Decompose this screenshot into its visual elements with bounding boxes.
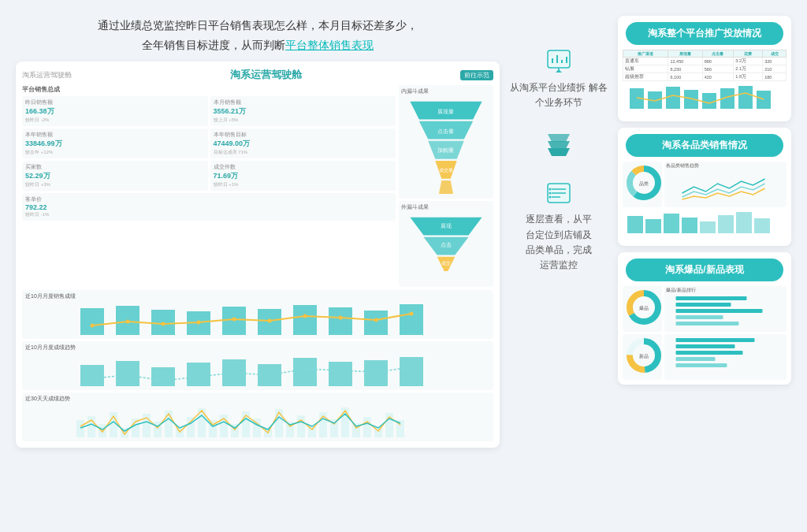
chart-monthly-bar-line: 近10月月度销售成绩	[22, 290, 493, 339]
svg-rect-24	[400, 304, 423, 335]
kpi-sub-5: 较昨日 +1%	[214, 181, 393, 188]
svg-rect-127	[676, 363, 727, 367]
left-section: 通过业绩总览监控昨日平台销售表现怎么样，本月目标还差多少， 全年销售目标进度，从…	[16, 16, 500, 448]
svg-point-88	[549, 196, 552, 199]
chevron-arrows	[548, 134, 570, 155]
bestseller-hbar-box: 爆品/新品排行	[664, 286, 787, 332]
svg-rect-69	[341, 407, 349, 437]
kpi-value-3: 47449.00万	[214, 139, 393, 149]
panel-promotion-content: 推广渠道 展现量 点击量 花费 成交 直通车12,4508903.2万320 钻…	[618, 50, 791, 121]
table-row: 直通车12,4508903.2万320	[623, 58, 787, 65]
chart-svg-2	[25, 404, 490, 442]
svg-point-28	[197, 320, 201, 324]
kpi-item-yesterday-sales: 昨日销售额 166.38万 较昨日 -2%	[22, 96, 208, 126]
kpi-item-avg-price: 客单价 792.22 较昨日 -1%	[22, 193, 396, 221]
outer-funnel: 外漏斗成果 展现 点击 成交	[399, 201, 493, 287]
svg-rect-104	[664, 214, 679, 233]
kpi-value-4: 52.29万	[25, 171, 205, 181]
category-donut-svg: 品类	[624, 163, 664, 203]
svg-rect-41	[293, 358, 317, 386]
panel-promotion-title: 淘系整个平台推广投放情况	[626, 22, 783, 45]
svg-text:加购量: 加购量	[438, 147, 455, 153]
svg-rect-115	[676, 303, 731, 307]
svg-point-87	[549, 192, 552, 195]
kpi-sub-1: 较上月 +5%	[214, 117, 393, 124]
svg-text:爆品: 爆品	[639, 306, 649, 311]
svg-text:点击: 点击	[441, 242, 452, 248]
svg-rect-55	[187, 417, 195, 437]
bestseller-row2: 新品	[623, 334, 787, 380]
kpi-sub-0: 较昨日 -2%	[25, 117, 205, 124]
svg-text:新品: 新品	[639, 353, 649, 359]
chart-svg-1	[25, 353, 490, 391]
kpi-sub-2: 较去年 +12%	[25, 149, 205, 156]
list-icon	[545, 179, 573, 207]
svg-text:成交: 成交	[441, 260, 451, 266]
svg-rect-105	[682, 218, 697, 233]
kpi-label-2: 本年销售额	[25, 131, 205, 139]
svg-rect-107	[718, 215, 734, 233]
bestseller-hbar2-box	[664, 334, 787, 380]
svg-rect-42	[329, 362, 352, 386]
svg-rect-96	[757, 91, 771, 109]
kpi-sub-3: 目标达成率 71%	[214, 149, 393, 156]
svg-text:展现: 展现	[441, 223, 452, 229]
col-header-3: 点击量	[702, 50, 734, 58]
bestseller-donut2-svg: 新品	[624, 336, 664, 375]
kpi-item-buyers: 买家数 52.29万 较昨日 +3%	[22, 161, 208, 191]
kpi-value-1: 3556.21万	[214, 106, 393, 117]
svg-rect-106	[700, 221, 716, 233]
svg-rect-36	[116, 361, 139, 386]
col-header-5: 成交	[763, 50, 787, 58]
goto-button[interactable]: 前往示范	[460, 70, 493, 80]
kpi-label-4: 买家数	[25, 163, 205, 171]
svg-point-31	[303, 314, 307, 318]
dashboard-card: 淘系运营驾驶舱 淘系运营驾驶舱 前往示范 平台销售总成 昨日销售额 166.38…	[16, 61, 500, 448]
svg-point-29	[232, 317, 236, 321]
col-header-4: 花费	[734, 50, 763, 58]
charts-area: 近10月月度销售成绩	[22, 290, 493, 441]
svg-rect-43	[364, 360, 388, 386]
table-row: 钻展8,2305602.1万210	[623, 65, 787, 73]
table-row: 超级推荐6,1004201.8万180	[623, 73, 787, 81]
right-section: 淘系整个平台推广投放情况 推广渠道 展现量 点击量 花费 成交	[618, 16, 791, 385]
svg-rect-47	[99, 424, 106, 437]
middle-section: 从淘系平台业绩拆 解各个业务环节 逐层查看，从平台定位到店铺及品	[508, 16, 610, 273]
panel-category-title: 淘系各品类销售情况	[626, 134, 783, 157]
bestseller-hbar-svg	[666, 294, 785, 327]
bestseller-charts-row: 爆品 爆品/新品排行	[623, 286, 787, 332]
svg-text:点击量: 点击量	[438, 128, 455, 135]
chart-daily-line: 近30天天成绩趋势	[22, 392, 493, 441]
platform-link[interactable]: 平台整体销售表现	[285, 39, 374, 51]
chart-title-2: 近30天天成绩趋势	[25, 395, 490, 403]
kpi-value-0: 166.38万	[25, 106, 205, 117]
kpi-value-2: 33846.99万	[25, 139, 205, 149]
svg-point-30	[268, 318, 272, 322]
kpi-section: 平台销售总成 昨日销售额 166.38万 较昨日 -2% 本月销售额 3556.…	[22, 85, 493, 287]
svg-point-32	[339, 315, 343, 319]
middle-item-1: 从淘系平台业绩拆 解各个业务环节	[508, 47, 610, 110]
promotion-bar-chart	[623, 84, 787, 113]
kpi-sub-4: 较昨日 +3%	[25, 181, 205, 188]
svg-rect-21	[293, 305, 317, 335]
kpi-label-1: 本月销售额	[214, 99, 393, 106]
kpi-value-6: 792.22	[25, 203, 392, 211]
dashboard-header: 淘系运营驾驶舱 淘系运营驾驶舱 前往示范	[22, 68, 493, 82]
bestseller-donut-svg: 爆品	[624, 288, 664, 327]
kpi-sub-6: 较昨日 -1%	[25, 211, 392, 218]
svg-rect-123	[676, 338, 755, 342]
desc-line2: 全年销售目标进度，从而判断	[142, 39, 285, 51]
col-header-1: 推广渠道	[623, 50, 668, 58]
chart-title-1: 近10月月度成绩趋势	[25, 344, 490, 352]
kpi-grid: 昨日销售额 166.38万 较昨日 -2% 本月销售额 3556.21万 较上月…	[22, 96, 396, 221]
chart-monthly-bar: 近10月月度成绩趋势	[22, 341, 493, 390]
kpi-item-year-sales: 本年销售额 33846.99万 较去年 +12%	[22, 128, 208, 158]
svg-marker-8	[439, 180, 453, 194]
kpi-item-month-sales: 本月销售额 3556.21万 较上月 +5%	[210, 96, 396, 126]
panel-bestseller: 淘系爆品/新品表现 爆品 爆品/新品排行	[618, 252, 791, 385]
svg-rect-108	[736, 212, 752, 233]
panel-promotion: 淘系整个平台推广投放情况 推广渠道 展现量 点击量 花费 成交	[618, 16, 791, 121]
svg-rect-125	[676, 351, 743, 355]
svg-point-27	[162, 322, 165, 326]
kpi-item-orders: 成交件数 71.69万 较昨日 +1%	[210, 161, 396, 191]
